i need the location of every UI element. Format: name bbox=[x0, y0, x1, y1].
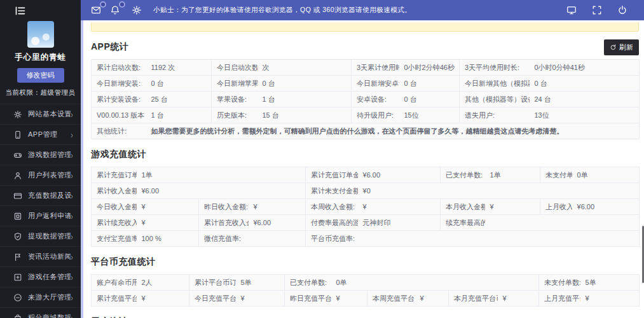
topbar-right-icons bbox=[566, 5, 627, 15]
stat-value: 100 % bbox=[137, 231, 199, 247]
table-row: 累计充值平台币:¥今日充值平台币:¥昨日充值平台币:¥本周充值平台币:¥本月充值… bbox=[92, 291, 640, 307]
stat-label: 未支付单数: bbox=[539, 275, 580, 291]
sidebar-item-label: 积分商城数据 bbox=[28, 313, 71, 318]
game-recharge-stats-table: 累计充值订单数:1单累计充值订单金额:¥6.00已支付单数:1单未支付单数:0单… bbox=[91, 167, 640, 247]
stat-label: 昨日充值平台币: bbox=[285, 291, 331, 307]
bell-icon[interactable] bbox=[110, 5, 120, 15]
sidebar-item-recharge-settings[interactable]: 充值数据及设置› bbox=[0, 185, 81, 205]
stat-value: ¥6.00 bbox=[358, 167, 441, 183]
stat-value: 1单 bbox=[485, 167, 540, 183]
refresh-button[interactable]: 刷新 bbox=[604, 39, 639, 55]
notice-bar bbox=[91, 22, 639, 32]
circle-icon bbox=[13, 293, 22, 302]
chevron-right-icon: › bbox=[71, 109, 73, 118]
stat-label: 微信充值率: bbox=[199, 231, 249, 247]
sidebar-item-game-tasks[interactable]: 游戏任务管理› bbox=[0, 266, 81, 287]
stat-label: 昨日收入金额: bbox=[199, 199, 249, 215]
stat-value: 0单 bbox=[572, 167, 640, 183]
stat-value: ¥6.00 bbox=[137, 183, 306, 199]
section-title-game-recharge-stats: 游戏充值统计 bbox=[91, 149, 146, 160]
stat-label: 今日充值平台币: bbox=[189, 291, 236, 307]
sidebar-item-points-mall[interactable]: 积分商城数据› bbox=[0, 307, 81, 318]
chevron-right-icon: › bbox=[71, 130, 73, 139]
sidebar-item-label: 用户返利申请 bbox=[28, 211, 71, 221]
stat-value: 5单 bbox=[580, 275, 640, 291]
sidebar-item-game-data[interactable]: 游戏数据管理› bbox=[0, 144, 81, 165]
chevron-right-icon: › bbox=[71, 252, 73, 261]
chevron-right-icon: › bbox=[71, 211, 73, 220]
stat-label: 累计安装设备: bbox=[92, 92, 146, 107]
stat-value: 0小时2分钟46秒 bbox=[399, 60, 460, 76]
stat-value: ¥ bbox=[236, 291, 285, 307]
stat-label: 累计充值订单金额: bbox=[306, 167, 358, 183]
sidebar-item-lobby-management[interactable]: 来游大厅管理› bbox=[0, 287, 81, 307]
user-stats-header: 用户统计 bbox=[91, 315, 639, 318]
table-row: 今日收入金额:¥昨日收入金额:¥本周收入金额:¥本月收入金额:¥上月收入金额:¥… bbox=[92, 199, 640, 215]
change-password-button[interactable]: 修改密码 bbox=[17, 68, 64, 83]
square-icon bbox=[13, 212, 22, 221]
power-icon[interactable] bbox=[617, 5, 627, 15]
sidebar-item-withdraw-data[interactable]: 提现数据管理› bbox=[0, 226, 81, 246]
stat-value: 1单 bbox=[137, 167, 306, 183]
chevron-right-icon: › bbox=[71, 191, 73, 200]
stat-value: ¥ bbox=[249, 199, 306, 215]
stat-value: 5单 bbox=[236, 275, 285, 291]
collapse-menu-icon[interactable] bbox=[15, 6, 25, 15]
stat-label: 上月收入金额: bbox=[540, 199, 572, 215]
stat-value: 0 台 bbox=[257, 76, 352, 92]
mail-icon[interactable] bbox=[91, 5, 101, 15]
chevron-right-icon: › bbox=[71, 313, 73, 318]
stat-label: 今日新增安卓设备: bbox=[352, 76, 399, 92]
stat-label: 今日新增其他（模拟器等）设备: bbox=[460, 76, 530, 92]
stat-value: 1 台 bbox=[257, 92, 352, 107]
monitor-icon[interactable] bbox=[566, 5, 577, 15]
settings-gear-icon[interactable] bbox=[132, 5, 142, 15]
bell-badge bbox=[119, 1, 125, 8]
stat-value: ¥6.00 bbox=[572, 199, 640, 215]
sidebar-item-label: 用户列表管理 bbox=[28, 170, 71, 180]
table-row: 账户有余币用户数:2人累计平台币订单数:5单已支付单数:0单未支付单数:5单 bbox=[92, 275, 640, 291]
stat-label: 累计充值平台币: bbox=[92, 291, 137, 307]
user-icon bbox=[13, 171, 22, 180]
table-row: 累计收入金额:¥6.00累计未支付金额:¥0 bbox=[92, 183, 640, 199]
main-content: APP统计刷新累计启动次数:1192 次今日启动次数:次3天累计使用时长:0小时… bbox=[83, 20, 644, 318]
flag-icon bbox=[13, 252, 22, 261]
stat-label: 今日新增安装: bbox=[92, 76, 146, 92]
stat-label: 其他统计: bbox=[92, 123, 146, 139]
stat-label: 平台币充值率: bbox=[306, 231, 358, 247]
platform-coin-stats-table: 账户有余币用户数:2人累计平台币订单数:5单已支付单数:0单未支付单数:5单累计… bbox=[91, 274, 640, 307]
sidebar-item-label: APP管理 bbox=[28, 130, 71, 139]
mail-badge bbox=[100, 1, 106, 8]
sidebar-item-news-activity[interactable]: 资讯活动新闻› bbox=[0, 246, 81, 266]
sidebar-item-label: 充值数据及设置 bbox=[28, 191, 71, 200]
table-row: 累计启动次数:1192 次今日启动次数:次3天累计使用时长:0小时2分钟46秒3… bbox=[92, 60, 640, 76]
stat-label: 苹果设备: bbox=[212, 92, 257, 107]
stat-label: 累计首充收入金额: bbox=[199, 215, 249, 231]
fullscreen-icon[interactable] bbox=[592, 5, 602, 15]
stat-label: 付费率最高的游戏: bbox=[306, 215, 358, 231]
section-title-app-stats: APP统计 bbox=[91, 41, 128, 53]
stat-label: 累计续充收入金额: bbox=[92, 215, 137, 231]
stat-value: ¥ bbox=[137, 291, 189, 307]
stat-value: 15位 bbox=[399, 107, 460, 123]
shield-icon bbox=[13, 232, 22, 241]
stat-label: 本月收入金额: bbox=[441, 199, 485, 215]
sidebar-item-label: 来游大厅管理 bbox=[28, 293, 71, 302]
avatar[interactable] bbox=[27, 21, 54, 48]
stat-value: ¥ bbox=[485, 199, 540, 215]
sidebar-item-user-rebate[interactable]: 用户返利申请› bbox=[0, 205, 81, 226]
chevron-right-icon: › bbox=[71, 150, 73, 159]
sidebar-item-label: 网站基本设置 bbox=[28, 109, 71, 119]
stat-value: 0 台 bbox=[530, 76, 640, 92]
sidebar-item-user-list[interactable]: 用户列表管理› bbox=[0, 165, 81, 185]
stat-value: ¥ bbox=[580, 291, 640, 307]
stat-value: ¥ bbox=[358, 199, 441, 215]
stat-label: 其他（模拟器等）设备: bbox=[460, 92, 530, 107]
sidebar-item-site-settings[interactable]: 网站基本设置› bbox=[0, 104, 81, 124]
stat-value: ¥ bbox=[331, 291, 367, 307]
stat-value: ¥ bbox=[137, 199, 199, 215]
stat-value: 0 台 bbox=[399, 76, 460, 92]
sidebar-item-app-management[interactable]: APP管理› bbox=[0, 124, 81, 144]
sidebar-item-label: 资讯活动新闻 bbox=[28, 252, 71, 261]
refresh-label: 刷新 bbox=[619, 43, 633, 52]
